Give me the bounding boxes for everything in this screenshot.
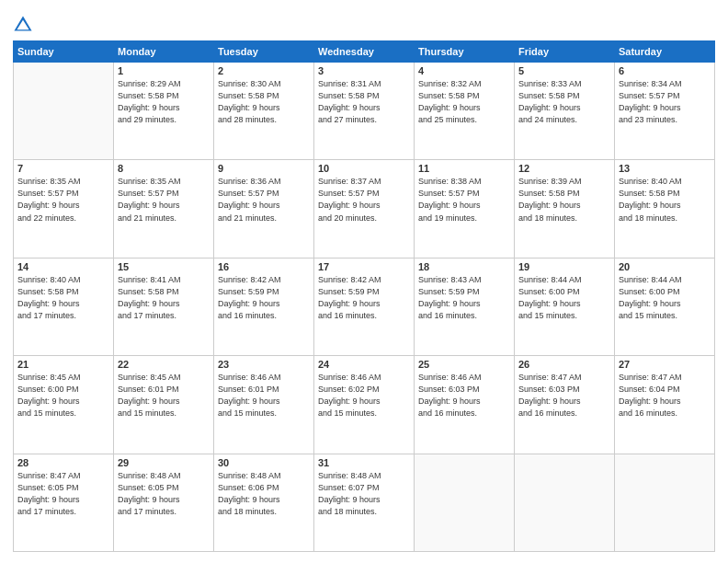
day-cell: 7Sunrise: 8:35 AM Sunset: 5:57 PM Daylig… [14, 160, 114, 258]
day-info: Sunrise: 8:31 AM Sunset: 5:58 PM Dayligh… [318, 78, 410, 126]
weekday-friday: Friday [515, 41, 615, 63]
day-info: Sunrise: 8:40 AM Sunset: 5:58 PM Dayligh… [17, 274, 109, 322]
logo [13, 15, 37, 35]
header [13, 11, 715, 35]
day-info: Sunrise: 8:44 AM Sunset: 6:00 PM Dayligh… [518, 274, 610, 322]
week-row-2: 7Sunrise: 8:35 AM Sunset: 5:57 PM Daylig… [14, 160, 715, 258]
day-info: Sunrise: 8:41 AM Sunset: 5:58 PM Dayligh… [118, 274, 210, 322]
day-info: Sunrise: 8:45 AM Sunset: 6:00 PM Dayligh… [17, 372, 109, 419]
day-cell: 12Sunrise: 8:39 AM Sunset: 5:58 PM Dayli… [515, 160, 615, 258]
weekday-monday: Monday [114, 41, 214, 63]
day-cell: 28Sunrise: 8:47 AM Sunset: 6:05 PM Dayli… [14, 454, 114, 551]
day-info: Sunrise: 8:46 AM Sunset: 6:03 PM Dayligh… [418, 372, 510, 419]
weekday-saturday: Saturday [615, 41, 715, 63]
calendar: SundayMondayTuesdayWednesdayThursdayFrid… [13, 40, 715, 552]
day-cell: 18Sunrise: 8:43 AM Sunset: 5:59 PM Dayli… [415, 258, 515, 355]
day-number: 25 [418, 359, 510, 370]
page: SundayMondayTuesdayWednesdayThursdayFrid… [0, 0, 728, 563]
day-info: Sunrise: 8:38 AM Sunset: 5:57 PM Dayligh… [418, 176, 510, 224]
day-info: Sunrise: 8:39 AM Sunset: 5:58 PM Dayligh… [518, 176, 610, 224]
day-number: 15 [118, 261, 210, 272]
day-cell [615, 454, 715, 551]
day-cell: 5Sunrise: 8:33 AM Sunset: 5:58 PM Daylig… [515, 63, 615, 160]
day-number: 3 [318, 65, 410, 76]
day-cell: 16Sunrise: 8:42 AM Sunset: 5:59 PM Dayli… [214, 258, 314, 355]
weekday-tuesday: Tuesday [214, 41, 314, 63]
day-info: Sunrise: 8:47 AM Sunset: 6:04 PM Dayligh… [619, 372, 711, 419]
day-cell: 25Sunrise: 8:46 AM Sunset: 6:03 PM Dayli… [415, 356, 515, 454]
day-info: Sunrise: 8:47 AM Sunset: 6:03 PM Dayligh… [518, 372, 610, 419]
day-cell: 14Sunrise: 8:40 AM Sunset: 5:58 PM Dayli… [14, 258, 114, 355]
day-number: 23 [218, 359, 310, 370]
day-number: 6 [619, 65, 711, 76]
day-cell [415, 454, 515, 551]
day-number: 22 [118, 359, 210, 370]
day-number: 30 [218, 457, 310, 468]
day-info: Sunrise: 8:43 AM Sunset: 5:59 PM Dayligh… [418, 274, 510, 322]
week-row-4: 21Sunrise: 8:45 AM Sunset: 6:00 PM Dayli… [14, 356, 715, 454]
day-number: 12 [518, 163, 610, 174]
day-info: Sunrise: 8:48 AM Sunset: 6:05 PM Dayligh… [118, 470, 210, 518]
day-cell: 17Sunrise: 8:42 AM Sunset: 5:59 PM Dayli… [314, 258, 415, 355]
day-number: 8 [118, 163, 210, 174]
day-info: Sunrise: 8:37 AM Sunset: 5:57 PM Dayligh… [318, 176, 410, 224]
day-number: 13 [619, 163, 711, 174]
day-cell: 11Sunrise: 8:38 AM Sunset: 5:57 PM Dayli… [415, 160, 515, 258]
weekday-wednesday: Wednesday [314, 41, 415, 63]
day-cell: 24Sunrise: 8:46 AM Sunset: 6:02 PM Dayli… [314, 356, 415, 454]
day-cell: 10Sunrise: 8:37 AM Sunset: 5:57 PM Dayli… [314, 160, 415, 258]
day-number: 24 [318, 359, 410, 370]
day-cell [515, 454, 615, 551]
day-number: 14 [17, 261, 109, 272]
day-number: 1 [118, 65, 210, 76]
day-cell: 4Sunrise: 8:32 AM Sunset: 5:58 PM Daylig… [415, 63, 515, 160]
day-number: 18 [418, 261, 510, 272]
logo-icon [13, 15, 33, 35]
day-info: Sunrise: 8:46 AM Sunset: 6:01 PM Dayligh… [218, 372, 310, 419]
day-info: Sunrise: 8:36 AM Sunset: 5:57 PM Dayligh… [218, 176, 310, 224]
day-info: Sunrise: 8:46 AM Sunset: 6:02 PM Dayligh… [318, 372, 410, 419]
day-info: Sunrise: 8:29 AM Sunset: 5:58 PM Dayligh… [118, 78, 210, 126]
day-cell: 23Sunrise: 8:46 AM Sunset: 6:01 PM Dayli… [214, 356, 314, 454]
day-number: 10 [318, 163, 410, 174]
day-number: 7 [17, 163, 109, 174]
day-cell: 15Sunrise: 8:41 AM Sunset: 5:58 PM Dayli… [114, 258, 214, 355]
week-row-3: 14Sunrise: 8:40 AM Sunset: 5:58 PM Dayli… [14, 258, 715, 355]
day-info: Sunrise: 8:47 AM Sunset: 6:05 PM Dayligh… [17, 470, 109, 518]
day-number: 26 [518, 359, 610, 370]
day-cell: 13Sunrise: 8:40 AM Sunset: 5:58 PM Dayli… [615, 160, 715, 258]
week-row-5: 28Sunrise: 8:47 AM Sunset: 6:05 PM Dayli… [14, 454, 715, 551]
day-number: 16 [218, 261, 310, 272]
day-number: 27 [619, 359, 711, 370]
day-number: 20 [619, 261, 711, 272]
day-info: Sunrise: 8:35 AM Sunset: 5:57 PM Dayligh… [118, 176, 210, 224]
day-cell: 30Sunrise: 8:48 AM Sunset: 6:06 PM Dayli… [214, 454, 314, 551]
day-number: 29 [118, 457, 210, 468]
day-cell [14, 63, 114, 160]
day-cell: 19Sunrise: 8:44 AM Sunset: 6:00 PM Dayli… [515, 258, 615, 355]
day-cell: 3Sunrise: 8:31 AM Sunset: 5:58 PM Daylig… [314, 63, 415, 160]
day-number: 17 [318, 261, 410, 272]
weekday-header-row: SundayMondayTuesdayWednesdayThursdayFrid… [14, 41, 715, 63]
day-info: Sunrise: 8:48 AM Sunset: 6:07 PM Dayligh… [318, 470, 410, 518]
day-info: Sunrise: 8:35 AM Sunset: 5:57 PM Dayligh… [17, 176, 109, 224]
day-number: 28 [17, 457, 109, 468]
day-number: 5 [518, 65, 610, 76]
day-number: 31 [318, 457, 410, 468]
day-cell: 29Sunrise: 8:48 AM Sunset: 6:05 PM Dayli… [114, 454, 214, 551]
day-cell: 6Sunrise: 8:34 AM Sunset: 5:57 PM Daylig… [615, 63, 715, 160]
day-cell: 26Sunrise: 8:47 AM Sunset: 6:03 PM Dayli… [515, 356, 615, 454]
day-cell: 21Sunrise: 8:45 AM Sunset: 6:00 PM Dayli… [14, 356, 114, 454]
day-info: Sunrise: 8:34 AM Sunset: 5:57 PM Dayligh… [619, 78, 711, 126]
weekday-thursday: Thursday [415, 41, 515, 63]
day-info: Sunrise: 8:40 AM Sunset: 5:58 PM Dayligh… [619, 176, 711, 224]
day-cell: 31Sunrise: 8:48 AM Sunset: 6:07 PM Dayli… [314, 454, 415, 551]
weekday-sunday: Sunday [14, 41, 114, 63]
day-cell: 8Sunrise: 8:35 AM Sunset: 5:57 PM Daylig… [114, 160, 214, 258]
day-number: 21 [17, 359, 109, 370]
day-info: Sunrise: 8:48 AM Sunset: 6:06 PM Dayligh… [218, 470, 310, 518]
day-cell: 27Sunrise: 8:47 AM Sunset: 6:04 PM Dayli… [615, 356, 715, 454]
day-cell: 1Sunrise: 8:29 AM Sunset: 5:58 PM Daylig… [114, 63, 214, 160]
day-number: 11 [418, 163, 510, 174]
day-info: Sunrise: 8:30 AM Sunset: 5:58 PM Dayligh… [218, 78, 310, 126]
